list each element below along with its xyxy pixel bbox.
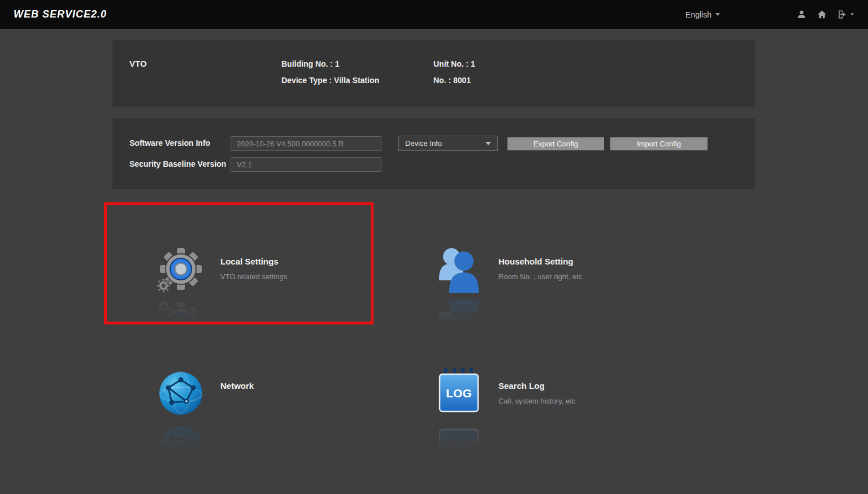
home-icon[interactable] (817, 9, 827, 20)
web-service-page: WEB SERVICE2.0 English VTO Building No. … (0, 0, 868, 494)
tile-subtitle: Call, system history, etc (498, 397, 575, 406)
top-bar: WEB SERVICE2.0 English (0, 0, 868, 29)
tile-text: Local Settings VTO related settings (220, 257, 287, 281)
tile-network[interactable]: Network (154, 366, 254, 421)
chevron-down-icon (850, 14, 854, 16)
unit-no: Unit No. : 1 (433, 59, 475, 69)
language-selector[interactable]: English (685, 10, 720, 19)
building-no: Building No. : 1 (281, 59, 379, 69)
tile-title: Local Settings (220, 257, 287, 266)
device-type: Device Type : Villa Station (281, 75, 379, 85)
tile-local-settings[interactable]: Local Settings VTO related settings (154, 242, 287, 296)
device-info-col1: Building No. : 1 Device Type : Villa Sta… (281, 59, 379, 92)
logout-icon[interactable] (837, 9, 854, 20)
gear-icon (154, 242, 208, 296)
tile-search-log[interactable]: LOG LOG Search Log (432, 366, 575, 421)
device-info-panel: VTO Building No. : 1 Device Type : Villa… (112, 40, 755, 107)
tile-text: Search Log Call, system history, etc (498, 381, 575, 406)
tile-title: Search Log (498, 381, 575, 391)
device-name: VTO (129, 59, 147, 68)
tile-subtitle (220, 397, 254, 406)
svg-text:LOG: LOG (446, 387, 472, 400)
globe-icon (154, 366, 208, 421)
tile-household-setting[interactable]: Household Setting Room No. , user right,… (432, 242, 582, 296)
user-icon[interactable] (796, 9, 807, 20)
log-icon: LOG LOG (432, 366, 486, 421)
language-label: English (685, 10, 711, 19)
tile-text: Network (220, 381, 254, 406)
tile-title: Network (220, 381, 254, 391)
tile-title: Household Setting (498, 257, 582, 266)
device-info-dropdown[interactable]: Device Info (398, 136, 498, 151)
security-baseline-label: Security Baseline Version (129, 159, 226, 168)
software-version-field[interactable] (231, 136, 381, 151)
device-no: No. : 8001 (433, 75, 475, 85)
top-bar-actions: English (685, 9, 854, 20)
tile-subtitle: Room No. , user right, etc (498, 272, 582, 281)
tile-text: Household Setting Room No. , user right,… (498, 257, 582, 281)
device-info-col2: Unit No. : 1 No. : 8001 (433, 59, 475, 92)
people-icon (432, 242, 486, 296)
security-baseline-field[interactable] (231, 157, 381, 172)
device-info-dropdown-value: Device Info (405, 139, 442, 148)
import-config-button[interactable]: Import Config (610, 137, 708, 150)
tile-subtitle: VTO related settings (220, 272, 287, 281)
chevron-down-icon (485, 142, 491, 145)
version-panel: Software Version Info Security Baseline … (112, 118, 755, 189)
app-logo: WEB SERVICE2.0 (14, 8, 107, 20)
svg-text:LOG: LOG (446, 441, 472, 454)
export-config-button[interactable]: Export Config (507, 137, 604, 150)
software-version-label: Software Version Info (129, 138, 210, 148)
chevron-down-icon (715, 13, 720, 16)
